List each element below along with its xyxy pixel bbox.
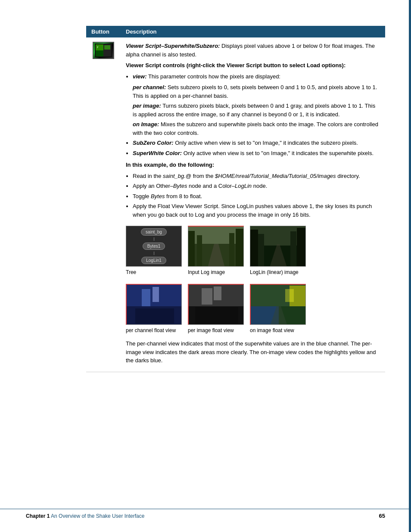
caption-perchannel: per channel float view — [126, 327, 176, 333]
sub-perimage: per image: Turns subzero pixels black, p… — [133, 102, 380, 118]
svg-rect-33 — [195, 307, 238, 324]
image-grid-row2: per channel float view — [126, 284, 380, 333]
description-cell: Viewer Script–Superwhite/Subzero: Displa… — [121, 37, 385, 372]
svg-rect-2 — [96, 50, 103, 56]
svg-rect-12 — [197, 235, 202, 267]
col-description-header: Description — [121, 26, 385, 37]
caption-perimage: per image float view — [188, 327, 234, 333]
bullet2-text: Only active when view is set to "on Imag… — [174, 140, 358, 146]
image-item-onimage: on image float view — [250, 284, 306, 333]
log-image-svg — [188, 227, 244, 267]
summary-text: The per-channel view indicates that most… — [126, 339, 380, 365]
image-item-log: Input Log image — [188, 226, 244, 275]
tree-image: saint_bg Bytes1 LogLin1 — [126, 226, 182, 267]
bullet-view: view: This parameter controls how the pi… — [133, 72, 380, 81]
svg-rect-18 — [250, 230, 258, 267]
bullet1-text: This parameter controls how the pixels a… — [147, 73, 280, 80]
log-image — [188, 226, 244, 267]
main-table: Button Description — [86, 26, 385, 372]
viewer-script-button-icon[interactable]: F — [93, 42, 114, 59]
button-svg-icon: F — [95, 44, 112, 57]
caption-onimage: on image float view — [250, 327, 294, 333]
sub3-text: Mixes the subzero and superwhite pixels … — [133, 121, 378, 136]
sub-perchannel: per channel: Sets subzero pixels to 0, s… — [133, 83, 380, 100]
perchannel-image — [126, 284, 182, 325]
description-title: Viewer Script–Superwhite/Subzero: — [126, 43, 220, 49]
footer-left: Chapter 1 An Overview of the Shake User … — [26, 513, 144, 519]
table-body-row: F Viewer Script–Superwhite/Subzero: Disp… — [86, 37, 385, 372]
perimage-svg — [189, 285, 244, 325]
button-cell: F — [86, 37, 121, 372]
example1-path: $HOME/nreal/Tutorial_Media/Tutorial_05/i… — [215, 173, 336, 179]
loglin-image — [250, 226, 306, 267]
svg-rect-19 — [297, 228, 306, 267]
example2-loglin: LogLin — [235, 183, 252, 189]
image-item-perchannel: per channel float view — [126, 284, 182, 333]
bullet3-label: SuperWhite Color: — [133, 150, 182, 156]
svg-rect-10 — [188, 231, 195, 267]
svg-rect-30 — [202, 288, 212, 305]
footer-page-number: 65 — [379, 513, 385, 519]
sub1-text: Sets subzero pixels to 0, sets pixels be… — [133, 84, 377, 99]
perchannel-svg — [127, 285, 182, 325]
onimage-svg — [251, 285, 306, 325]
bullet3-text: Only active when view is set to "on Imag… — [182, 150, 374, 156]
sub2-label: per image: — [133, 103, 161, 109]
bullet-superwhite: SuperWhite Color: Only active when view … — [133, 149, 380, 158]
onimage-image — [250, 284, 306, 325]
tree-line-1 — [154, 237, 154, 241]
button-icon-inner: F — [93, 43, 113, 58]
example-item-3: Toggle Bytes from 8 to float. — [133, 192, 380, 201]
bullet-subzero: SubZero Color: Only active when view is … — [133, 139, 380, 147]
bullet2-label: SubZero Color: — [133, 140, 174, 146]
image-item-loglin: LogLin (linear) image — [250, 226, 306, 275]
svg-rect-25 — [153, 287, 159, 302]
svg-rect-37 — [285, 289, 294, 302]
footer-chapter-link: An Overview of the Shake User Interface — [51, 513, 144, 519]
tree-node-saintbg: saint_bg — [141, 228, 167, 236]
caption-log: Input Log image — [188, 269, 225, 275]
sub3-label: on Image: — [133, 121, 159, 128]
svg-rect-13 — [229, 233, 234, 267]
example-item-4: Apply the Float View Viewer Script. Sinc… — [133, 202, 380, 219]
example-bullet-list: Read in the saint_bg.@ from the $HOME/nr… — [133, 172, 380, 219]
sub2-text: Turns subzero pixels black, pixels betwe… — [133, 103, 375, 118]
footer: Chapter 1 An Overview of the Shake User … — [0, 509, 411, 519]
tree-node-loglin: LogLin1 — [141, 257, 166, 264]
example-heading: In this example, do the following: — [126, 161, 380, 169]
example3-bytes: Bytes — [151, 193, 165, 199]
example-item-1: Read in the saint_bg.@ from the $HOME/nr… — [133, 172, 380, 180]
svg-rect-7 — [188, 227, 244, 244]
page-container: Button Description — [0, 0, 411, 532]
example-item-2: Apply an Other–Bytes node and a Color–Lo… — [133, 182, 380, 190]
example2-bytes: Bytes — [173, 183, 187, 189]
viewer-script-heading: Viewer Script controls (right-click the … — [126, 61, 380, 70]
content-area: Button Description — [86, 26, 385, 372]
svg-rect-24 — [142, 289, 150, 306]
perimage-image — [188, 284, 244, 325]
loglin-image-svg — [250, 226, 306, 267]
table-header-row: Button Description — [86, 26, 385, 37]
tree-line-2 — [154, 252, 154, 255]
tree-nodes: saint_bg Bytes1 LogLin1 — [141, 228, 167, 264]
svg-rect-11 — [236, 229, 244, 267]
example1-italic: saint_bg.@ — [163, 173, 191, 179]
sub1-label: per channel: — [133, 84, 166, 90]
sub-onimage: on Image: Mixes the subzero and superwhi… — [133, 120, 380, 137]
bullet1-label: view: — [133, 73, 147, 80]
svg-rect-20 — [258, 234, 264, 267]
bullet-list-main: view: This parameter controls how the pi… — [133, 72, 380, 81]
svg-rect-4 — [104, 45, 110, 50]
image-item-perimage: per image float view — [188, 284, 244, 333]
image-item-tree: saint_bg Bytes1 LogLin1 Tree — [126, 226, 182, 275]
footer-chapter-label: Chapter 1 — [26, 513, 50, 519]
description-title-para: Viewer Script–Superwhite/Subzero: Displa… — [126, 42, 380, 59]
svg-rect-27 — [135, 308, 174, 324]
col-button-header: Button — [86, 26, 121, 37]
image-grid-row1: saint_bg Bytes1 LogLin1 Tree — [126, 226, 380, 275]
svg-rect-21 — [290, 231, 296, 267]
tree-node-bytes: Bytes1 — [143, 243, 165, 250]
right-blue-bar — [409, 0, 411, 532]
svg-text:F: F — [97, 46, 99, 49]
bullet-list-subzero: SubZero Color: Only active when view is … — [133, 139, 380, 157]
